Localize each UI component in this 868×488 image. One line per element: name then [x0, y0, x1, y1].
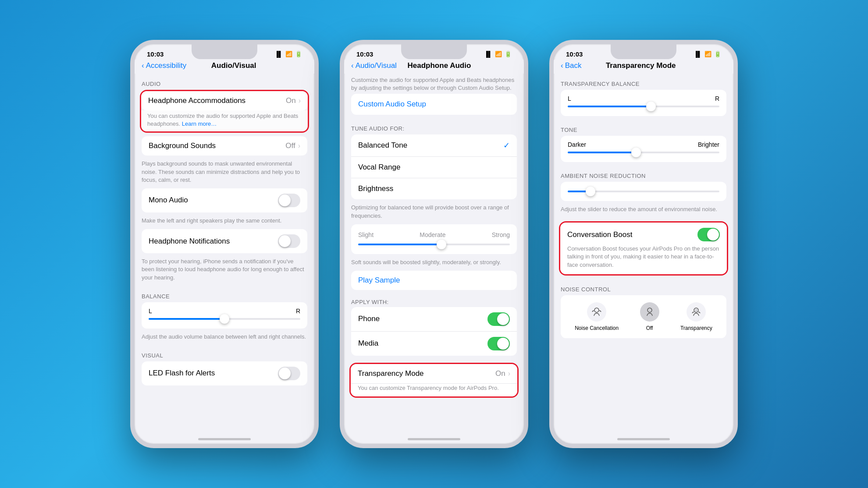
notch-2 [408, 44, 460, 57]
mono-audio-card: Mono Audio [142, 188, 307, 212]
status-icons-3: ▐▌ 📶 🔋 [694, 51, 721, 57]
tone-slider-fill [568, 152, 636, 153]
ambient-noise-section [561, 182, 726, 201]
phone-1: 10:03 ▐▌ 📶 🔋 ‹ Accessibility Audio/Visua… [130, 40, 319, 448]
noise-off-icon [640, 302, 659, 322]
status-icons-1: ▐▌ 📶 🔋 [275, 51, 302, 57]
status-time-1: 10:03 [147, 50, 164, 58]
background-sounds-card: Background Sounds Off › [142, 136, 307, 156]
nav-bar-3: ‹ Back Transparency Mode [554, 60, 733, 74]
headphone-accommodations-chevron: › [299, 97, 301, 105]
headphone-accommodations-card: Headphone Accommodations On › [141, 91, 308, 110]
headphone-audio-desc: Customize the audio for supported Apple … [344, 74, 524, 94]
custom-audio-setup-label: Custom Audio Setup [358, 100, 426, 108]
nav-bar-2: ‹ Audio/Visual Headphone Audio [344, 60, 524, 74]
status-time-2: 10:03 [356, 50, 373, 58]
balance-section: L R [142, 302, 307, 329]
headphone-accommodations-highlight: Headphone Accommodations On › You can cu… [140, 90, 309, 133]
ambient-noise-track[interactable] [568, 191, 719, 192]
headphone-notifications-card: Headphone Notifications [142, 229, 307, 253]
strength-slider-thumb[interactable] [437, 240, 446, 249]
balance-l-label: L [149, 308, 152, 315]
balance-slider-fill [149, 318, 224, 320]
home-indicator-2 [408, 438, 460, 440]
custom-audio-setup-card[interactable]: Custom Audio Setup [351, 94, 517, 115]
nav-title-3: Transparency Mode [581, 61, 700, 70]
mono-audio-toggle[interactable] [278, 194, 300, 207]
phone-2: 10:03 ▐▌ 📶 🔋 ‹ Audio/Visual Headphone Au… [340, 40, 528, 448]
ambient-noise-thumb[interactable] [586, 187, 595, 196]
noise-control-label: NOISE CONTROL [554, 279, 733, 295]
noise-option-off[interactable]: Off [640, 302, 659, 331]
noise-option-cancellation[interactable]: Noise Cancellation [575, 302, 619, 331]
tone-section-label: TONE [554, 120, 733, 136]
tone-slider-track[interactable] [568, 152, 719, 153]
ambient-noise-label: AMBIENT NOISE REDUCTION [554, 166, 733, 182]
wifi-icon-3: 📶 [704, 51, 711, 57]
noise-control-section: Noise Cancellation Off [561, 295, 726, 338]
conversation-boost-row[interactable]: Conversation Boost [567, 228, 720, 241]
ambient-noise-subtext: Adjust the slider to reduce the amount o… [554, 205, 733, 218]
phone-toggle-row[interactable]: Phone [351, 307, 517, 332]
noise-transparency-icon [687, 302, 706, 322]
background-sounds-label: Background Sounds [149, 141, 285, 150]
tone-slider-thumb[interactable] [631, 148, 641, 157]
audio-section-label: AUDIO [135, 74, 314, 90]
home-indicator-3 [617, 438, 670, 440]
strength-card: Slight Moderate Strong [351, 224, 517, 254]
media-toggle[interactable] [487, 337, 510, 350]
transparency-mode-row[interactable]: Transparency Mode On › [351, 364, 517, 384]
transparency-balance-track[interactable] [568, 106, 719, 107]
noise-option-transparency[interactable]: Transparency [680, 302, 712, 331]
mono-audio-row[interactable]: Mono Audio [142, 188, 307, 212]
strength-slider-track[interactable] [358, 244, 510, 245]
balance-slider-track[interactable] [149, 318, 300, 320]
apply-with-card: Phone Media [351, 307, 517, 356]
nav-title-2: Headphone Audio [397, 61, 482, 70]
back-button-3[interactable]: ‹ Back [561, 61, 581, 70]
headphone-notifications-row[interactable]: Headphone Notifications [142, 229, 307, 253]
phone-toggle[interactable] [487, 312, 510, 326]
transparency-lr: L R [568, 95, 719, 102]
transparency-balance-fill [568, 106, 651, 107]
headphone-notifications-toggle[interactable] [278, 234, 300, 248]
transparency-balance-thumb[interactable] [646, 102, 656, 111]
tune-balanced-tone[interactable]: Balanced Tone ✓ [351, 134, 517, 157]
led-flash-toggle[interactable] [278, 367, 300, 380]
tune-audio-label: TUNE AUDIO FOR: [344, 118, 524, 134]
nav-title-1: Audio/Visual [186, 61, 281, 70]
home-indicator-1 [198, 438, 251, 440]
tune-balanced-tone-label: Balanced Tone [358, 141, 407, 150]
strength-moderate: Moderate [420, 231, 445, 238]
balance-r-label: R [296, 308, 300, 315]
notch-3 [617, 44, 670, 57]
status-time-3: 10:03 [566, 50, 583, 58]
headphone-accommodations-row[interactable]: Headphone Accommodations On › [141, 91, 308, 110]
slider-subtext: Soft sounds will be boosted slightly, mo… [344, 258, 524, 271]
back-button-2[interactable]: ‹ Audio/Visual [351, 61, 397, 70]
noise-transparency-label: Transparency [680, 325, 712, 331]
conversation-boost-toggle[interactable] [697, 228, 720, 241]
tune-brightness[interactable]: Brightness [351, 178, 517, 199]
play-sample-card: Play Sample [351, 271, 517, 290]
visual-section-label: VISUAL [135, 345, 314, 361]
play-sample-row[interactable]: Play Sample [351, 271, 517, 290]
strength-strong: Strong [492, 231, 510, 238]
media-toggle-row[interactable]: Media [351, 332, 517, 356]
phone-toggle-label: Phone [358, 315, 487, 323]
tune-vocal-range[interactable]: Vocal Range [351, 157, 517, 178]
back-button-1[interactable]: ‹ Accessibility [142, 61, 186, 70]
media-toggle-label: Media [358, 339, 487, 348]
battery-icon-2: 🔋 [505, 51, 512, 57]
headphone-accommodations-subtext: You can customize the audio for supporte… [141, 110, 308, 131]
background-sounds-row[interactable]: Background Sounds Off › [142, 136, 307, 156]
led-flash-row[interactable]: LED Flash for Alerts [142, 361, 307, 385]
noise-cancellation-icon [587, 302, 606, 322]
signal-icon-2: ▐▌ [484, 51, 492, 57]
learn-more-link[interactable]: Learn more… [182, 120, 217, 127]
noise-off-label: Off [646, 325, 653, 331]
tune-subtext: Optimizing for balanced tone will provid… [344, 203, 524, 224]
apply-with-label: APPLY WITH: [344, 294, 524, 307]
strength-slight: Slight [358, 231, 374, 238]
balance-slider-thumb[interactable] [220, 314, 229, 324]
